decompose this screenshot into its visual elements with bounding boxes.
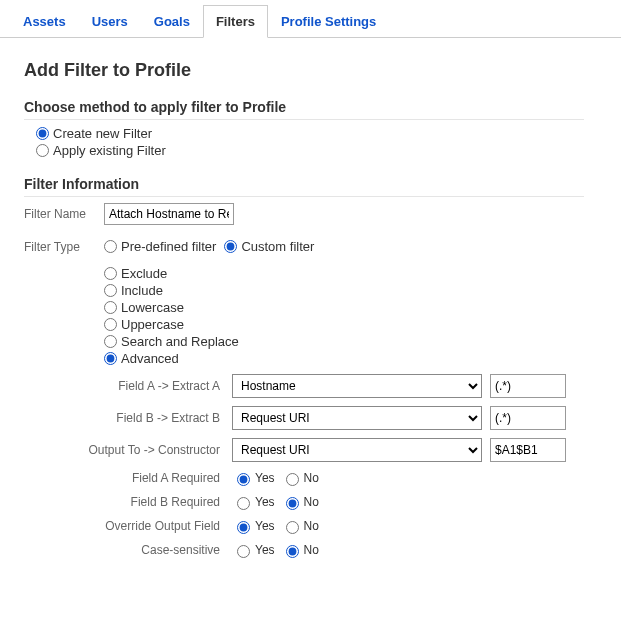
radio-override-no[interactable] xyxy=(286,521,299,534)
page-title: Add Filter to Profile xyxy=(24,60,621,81)
label-custom-filter: Custom filter xyxy=(241,239,314,254)
method-radio-group: Create new Filter Apply existing Filter xyxy=(36,126,621,158)
radio-case-sensitive-yes[interactable] xyxy=(237,545,250,558)
radio-field-a-required-yes[interactable] xyxy=(237,473,250,486)
label-yes: Yes xyxy=(255,471,275,485)
radio-advanced[interactable] xyxy=(104,352,117,365)
radio-field-b-required-no[interactable] xyxy=(286,497,299,510)
radio-field-b-required-yes[interactable] xyxy=(237,497,250,510)
label-uppercase: Uppercase xyxy=(121,317,184,332)
radio-case-sensitive-no[interactable] xyxy=(286,545,299,558)
field-b-select[interactable]: Request URI xyxy=(232,406,482,430)
radio-override-yes[interactable] xyxy=(237,521,250,534)
tab-assets[interactable]: Assets xyxy=(10,5,79,38)
label-lowercase: Lowercase xyxy=(121,300,184,315)
filter-name-input[interactable] xyxy=(104,203,234,225)
radio-exclude[interactable] xyxy=(104,267,117,280)
label-apply-existing-filter: Apply existing Filter xyxy=(53,143,166,158)
label-search-replace: Search and Replace xyxy=(121,334,239,349)
label-no: No xyxy=(304,543,319,557)
field-b-pattern-input[interactable] xyxy=(490,406,566,430)
tab-goals[interactable]: Goals xyxy=(141,5,203,38)
label-exclude: Exclude xyxy=(121,266,167,281)
label-yes: Yes xyxy=(255,495,275,509)
field-a-label: Field A -> Extract A xyxy=(0,379,232,393)
radio-apply-existing-filter[interactable] xyxy=(36,144,49,157)
radio-lowercase[interactable] xyxy=(104,301,117,314)
filter-name-label: Filter Name xyxy=(24,207,104,221)
label-predefined-filter: Pre-defined filter xyxy=(121,239,216,254)
override-output-label: Override Output Field xyxy=(0,519,232,533)
field-b-label: Field B -> Extract B xyxy=(0,411,232,425)
tab-profile-settings[interactable]: Profile Settings xyxy=(268,5,389,38)
radio-uppercase[interactable] xyxy=(104,318,117,331)
radio-predefined-filter[interactable] xyxy=(104,240,117,253)
output-to-label: Output To -> Constructor xyxy=(0,443,232,457)
tab-filters[interactable]: Filters xyxy=(203,5,268,38)
filter-type-label: Filter Type xyxy=(24,240,104,254)
subtype-radio-group: Exclude Include Lowercase Uppercase Sear… xyxy=(104,266,621,366)
label-yes: Yes xyxy=(255,543,275,557)
method-section-title: Choose method to apply filter to Profile xyxy=(24,99,584,120)
label-include: Include xyxy=(121,283,163,298)
label-advanced: Advanced xyxy=(121,351,179,366)
label-yes: Yes xyxy=(255,519,275,533)
field-a-select[interactable]: Hostname xyxy=(232,374,482,398)
radio-create-new-filter[interactable] xyxy=(36,127,49,140)
radio-custom-filter[interactable] xyxy=(224,240,237,253)
filter-info-title: Filter Information xyxy=(24,176,584,197)
tabs-bar: Assets Users Goals Filters Profile Setti… xyxy=(0,4,621,38)
radio-field-a-required-no[interactable] xyxy=(286,473,299,486)
field-b-required-label: Field B Required xyxy=(0,495,232,509)
tab-users[interactable]: Users xyxy=(79,5,141,38)
radio-search-replace[interactable] xyxy=(104,335,117,348)
case-sensitive-label: Case-sensitive xyxy=(0,543,232,557)
field-a-pattern-input[interactable] xyxy=(490,374,566,398)
label-no: No xyxy=(304,495,319,509)
radio-include[interactable] xyxy=(104,284,117,297)
label-no: No xyxy=(304,519,319,533)
field-a-required-label: Field A Required xyxy=(0,471,232,485)
output-to-select[interactable]: Request URI xyxy=(232,438,482,462)
label-no: No xyxy=(304,471,319,485)
output-constructor-input[interactable] xyxy=(490,438,566,462)
label-create-new-filter: Create new Filter xyxy=(53,126,152,141)
